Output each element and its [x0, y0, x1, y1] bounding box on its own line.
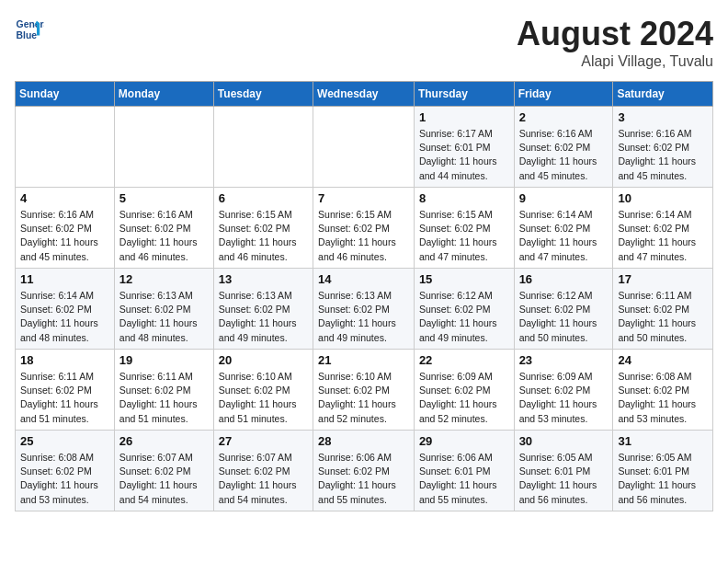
day-info: Sunrise: 6:17 AMSunset: 6:01 PMDaylight:… — [419, 127, 509, 183]
weekday-header-row: Sunday Monday Tuesday Wednesday Thursday… — [16, 82, 713, 107]
day-info: Sunrise: 6:16 AMSunset: 6:02 PMDaylight:… — [20, 208, 109, 264]
day-info: Sunrise: 6:15 AMSunset: 6:02 PMDaylight:… — [219, 208, 308, 264]
day-number: 13 — [219, 272, 308, 286]
day-number: 3 — [618, 110, 708, 124]
day-number: 8 — [419, 191, 509, 205]
table-row — [114, 107, 213, 188]
day-info: Sunrise: 6:05 AMSunset: 6:01 PMDaylight:… — [519, 451, 609, 507]
day-number: 5 — [119, 191, 209, 205]
day-number: 6 — [219, 191, 308, 205]
day-number: 21 — [318, 353, 409, 367]
table-row: 6 Sunrise: 6:15 AMSunset: 6:02 PMDayligh… — [213, 188, 313, 269]
day-info: Sunrise: 6:08 AMSunset: 6:02 PMDaylight:… — [618, 370, 708, 426]
table-row: 3 Sunrise: 6:16 AMSunset: 6:02 PMDayligh… — [613, 107, 713, 188]
day-number: 17 — [618, 272, 708, 286]
table-row: 24 Sunrise: 6:08 AMSunset: 6:02 PMDaylig… — [613, 350, 713, 431]
day-info: Sunrise: 6:06 AMSunset: 6:01 PMDaylight:… — [419, 451, 509, 507]
table-row: 14 Sunrise: 6:13 AMSunset: 6:02 PMDaylig… — [313, 269, 415, 350]
day-info: Sunrise: 6:16 AMSunset: 6:02 PMDaylight:… — [119, 208, 209, 264]
day-number: 14 — [318, 272, 409, 286]
calendar-table: Sunday Monday Tuesday Wednesday Thursday… — [15, 81, 713, 511]
header-thursday: Thursday — [414, 82, 514, 107]
day-info: Sunrise: 6:12 AMSunset: 6:02 PMDaylight:… — [419, 289, 509, 345]
calendar-week-row: 4 Sunrise: 6:16 AMSunset: 6:02 PMDayligh… — [16, 188, 713, 269]
day-number: 20 — [219, 353, 308, 367]
day-number: 16 — [519, 272, 609, 286]
table-row: 8 Sunrise: 6:15 AMSunset: 6:02 PMDayligh… — [414, 188, 514, 269]
day-number: 25 — [20, 434, 109, 448]
day-info: Sunrise: 6:07 AMSunset: 6:02 PMDaylight:… — [219, 451, 308, 507]
day-info: Sunrise: 6:13 AMSunset: 6:02 PMDaylight:… — [318, 289, 409, 345]
day-info: Sunrise: 6:10 AMSunset: 6:02 PMDaylight:… — [318, 370, 409, 426]
table-row: 25 Sunrise: 6:08 AMSunset: 6:02 PMDaylig… — [16, 431, 115, 511]
day-number: 22 — [419, 353, 509, 367]
header-saturday: Saturday — [613, 82, 713, 107]
day-number: 24 — [618, 353, 708, 367]
table-row: 21 Sunrise: 6:10 AMSunset: 6:02 PMDaylig… — [313, 350, 415, 431]
calendar-title: August 2024 — [517, 15, 713, 53]
table-row: 10 Sunrise: 6:14 AMSunset: 6:02 PMDaylig… — [613, 188, 713, 269]
table-row: 9 Sunrise: 6:14 AMSunset: 6:02 PMDayligh… — [514, 188, 613, 269]
day-info: Sunrise: 6:11 AMSunset: 6:02 PMDaylight:… — [20, 370, 109, 426]
day-number: 19 — [119, 353, 209, 367]
calendar-subtitle: Alapi Village, Tuvalu — [517, 53, 713, 70]
table-row: 15 Sunrise: 6:12 AMSunset: 6:02 PMDaylig… — [414, 269, 514, 350]
table-row — [213, 107, 313, 188]
day-info: Sunrise: 6:08 AMSunset: 6:02 PMDaylight:… — [20, 451, 109, 507]
svg-text:Blue: Blue — [17, 30, 38, 40]
day-number: 30 — [519, 434, 609, 448]
table-row: 29 Sunrise: 6:06 AMSunset: 6:01 PMDaylig… — [414, 431, 514, 511]
day-number: 29 — [419, 434, 509, 448]
day-number: 18 — [20, 353, 109, 367]
title-area: August 2024 Alapi Village, Tuvalu — [517, 15, 713, 70]
table-row: 26 Sunrise: 6:07 AMSunset: 6:02 PMDaylig… — [114, 431, 213, 511]
day-number: 10 — [618, 191, 708, 205]
day-number: 15 — [419, 272, 509, 286]
table-row — [16, 107, 115, 188]
day-info: Sunrise: 6:06 AMSunset: 6:02 PMDaylight:… — [318, 451, 409, 507]
header-sunday: Sunday — [16, 82, 115, 107]
table-row: 12 Sunrise: 6:13 AMSunset: 6:02 PMDaylig… — [114, 269, 213, 350]
day-number: 7 — [318, 191, 409, 205]
table-row: 19 Sunrise: 6:11 AMSunset: 6:02 PMDaylig… — [114, 350, 213, 431]
table-row: 28 Sunrise: 6:06 AMSunset: 6:02 PMDaylig… — [313, 431, 415, 511]
header-wednesday: Wednesday — [313, 82, 415, 107]
table-row: 23 Sunrise: 6:09 AMSunset: 6:02 PMDaylig… — [514, 350, 613, 431]
day-info: Sunrise: 6:11 AMSunset: 6:02 PMDaylight:… — [618, 289, 708, 345]
day-number: 28 — [318, 434, 409, 448]
day-info: Sunrise: 6:09 AMSunset: 6:02 PMDaylight:… — [519, 370, 609, 426]
day-number: 9 — [519, 191, 609, 205]
header-friday: Friday — [514, 82, 613, 107]
calendar-week-row: 1 Sunrise: 6:17 AMSunset: 6:01 PMDayligh… — [16, 107, 713, 188]
table-row: 31 Sunrise: 6:05 AMSunset: 6:01 PMDaylig… — [613, 431, 713, 511]
day-info: Sunrise: 6:11 AMSunset: 6:02 PMDaylight:… — [119, 370, 209, 426]
table-row: 5 Sunrise: 6:16 AMSunset: 6:02 PMDayligh… — [114, 188, 213, 269]
table-row: 20 Sunrise: 6:10 AMSunset: 6:02 PMDaylig… — [213, 350, 313, 431]
table-row — [313, 107, 415, 188]
svg-text:General: General — [17, 19, 44, 29]
logo-icon: General Blue — [15, 15, 44, 44]
day-info: Sunrise: 6:13 AMSunset: 6:02 PMDaylight:… — [219, 289, 308, 345]
table-row: 1 Sunrise: 6:17 AMSunset: 6:01 PMDayligh… — [414, 107, 514, 188]
table-row: 2 Sunrise: 6:16 AMSunset: 6:02 PMDayligh… — [514, 107, 613, 188]
day-number: 2 — [519, 110, 609, 124]
calendar-week-row: 25 Sunrise: 6:08 AMSunset: 6:02 PMDaylig… — [16, 431, 713, 511]
header-tuesday: Tuesday — [213, 82, 313, 107]
header: General Blue August 2024 Alapi Village, … — [15, 15, 713, 70]
calendar-week-row: 11 Sunrise: 6:14 AMSunset: 6:02 PMDaylig… — [16, 269, 713, 350]
day-info: Sunrise: 6:05 AMSunset: 6:01 PMDaylight:… — [618, 451, 708, 507]
day-info: Sunrise: 6:16 AMSunset: 6:02 PMDaylight:… — [618, 127, 708, 183]
day-info: Sunrise: 6:15 AMSunset: 6:02 PMDaylight:… — [419, 208, 509, 264]
day-number: 1 — [419, 110, 509, 124]
table-row: 7 Sunrise: 6:15 AMSunset: 6:02 PMDayligh… — [313, 188, 415, 269]
day-number: 11 — [20, 272, 109, 286]
table-row: 17 Sunrise: 6:11 AMSunset: 6:02 PMDaylig… — [613, 269, 713, 350]
table-row: 11 Sunrise: 6:14 AMSunset: 6:02 PMDaylig… — [16, 269, 115, 350]
day-info: Sunrise: 6:14 AMSunset: 6:02 PMDaylight:… — [20, 289, 109, 345]
day-number: 26 — [119, 434, 209, 448]
table-row: 4 Sunrise: 6:16 AMSunset: 6:02 PMDayligh… — [16, 188, 115, 269]
day-info: Sunrise: 6:15 AMSunset: 6:02 PMDaylight:… — [318, 208, 409, 264]
day-number: 12 — [119, 272, 209, 286]
table-row: 13 Sunrise: 6:13 AMSunset: 6:02 PMDaylig… — [213, 269, 313, 350]
day-info: Sunrise: 6:09 AMSunset: 6:02 PMDaylight:… — [419, 370, 509, 426]
